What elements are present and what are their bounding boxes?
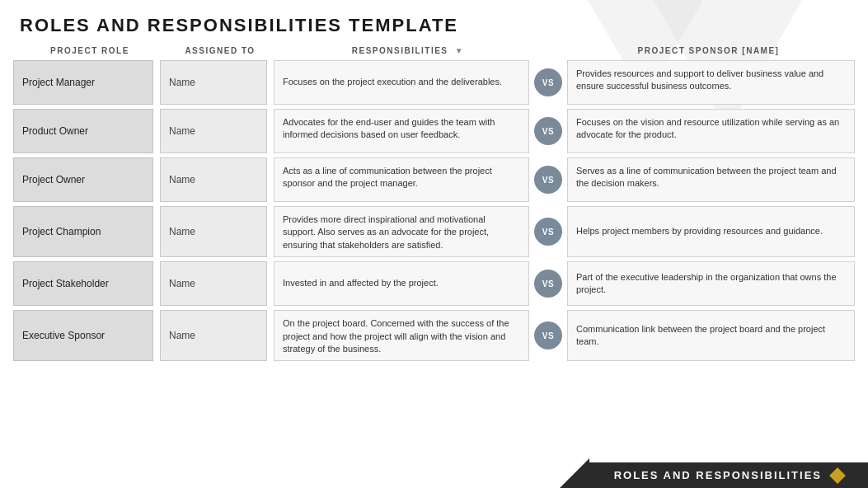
vs-badge: VS xyxy=(534,68,562,96)
cell-role: Project Owner xyxy=(13,157,153,202)
col-role-header: PROJECT ROLE xyxy=(20,46,160,55)
cell-assigned: Name xyxy=(160,206,267,257)
cell-responsibility: Provides more direct inspirational and m… xyxy=(274,206,529,257)
col-sponsor-header: PROJECT SPONSOR [NAME] xyxy=(569,46,848,55)
cell-responsibility: Advocates for the end-user and guides th… xyxy=(274,109,529,153)
vs-badge: VS xyxy=(534,117,562,145)
cell-sponsor-text: Serves as a line of communication betwee… xyxy=(567,157,855,202)
vs-badge: VS xyxy=(534,321,562,350)
vs-badge: VS xyxy=(534,270,562,298)
cell-assigned: Name xyxy=(160,310,267,361)
cell-sponsor-text: Part of the executive leadership in the … xyxy=(567,261,855,306)
cell-assigned: Name xyxy=(160,60,267,105)
vs-badge: VS xyxy=(534,218,562,246)
cell-responsibility: Invested in and affected by the project. xyxy=(274,261,529,306)
cell-assigned: Name xyxy=(160,261,267,306)
table-area: Project Manager Name Focuses on the proj… xyxy=(0,59,868,367)
cell-assigned: Name xyxy=(160,109,267,153)
resp-arrow-icon: ▼ xyxy=(455,46,464,55)
cell-role: Executive Sponsor xyxy=(13,310,153,361)
table-row: Project Owner Name Acts as a line of com… xyxy=(13,157,855,202)
table-row: Product Owner Name Advocates for the end… xyxy=(13,109,855,153)
cell-role: Product Owner xyxy=(13,109,153,153)
page-wrapper: ROLES AND RESPONSIBILITIES TEMPLATE PROJ… xyxy=(0,0,868,488)
table-row: Project Champion Name Provides more dire… xyxy=(13,206,855,257)
table-row: Project Manager Name Focuses on the proj… xyxy=(13,60,855,105)
cell-assigned: Name xyxy=(160,157,267,202)
col-resp-header: RESPONSIBILITIES ▼ xyxy=(280,46,536,55)
footer: ROLES AND RESPONSIBILITIES xyxy=(589,462,868,488)
header: ROLES AND RESPONSIBILITIES TEMPLATE xyxy=(0,0,868,43)
table-row: Project Stakeholder Name Invested in and… xyxy=(13,261,855,306)
cell-responsibility: Focuses on the project execution and the… xyxy=(274,60,529,105)
footer-diamond-icon xyxy=(829,467,846,484)
cell-responsibility: On the project board. Concerned with the… xyxy=(274,310,529,361)
table-row: Executive Sponsor Name On the project bo… xyxy=(13,310,855,361)
cell-responsibility: Acts as a line of communication between … xyxy=(274,157,529,202)
cell-sponsor-text: Focuses on the vision and resource utili… xyxy=(567,109,855,153)
cell-role: Project Champion xyxy=(13,206,153,257)
page-title: ROLES AND RESPONSIBILITIES TEMPLATE xyxy=(20,15,848,36)
cell-role: Project Stakeholder xyxy=(13,261,153,306)
vs-badge: VS xyxy=(534,166,562,194)
footer-text: ROLES AND RESPONSIBILITIES xyxy=(614,469,822,481)
column-headers: PROJECT ROLE ASSIGNED TO RESPONSIBILITIE… xyxy=(0,43,868,59)
cell-sponsor-text: Helps project members by providing resou… xyxy=(567,206,855,257)
footer-accent xyxy=(560,458,589,488)
cell-sponsor-text: Provides resources and support to delive… xyxy=(567,60,855,105)
cell-sponsor-text: Communication link between the project b… xyxy=(567,310,855,361)
col-assigned-header: ASSIGNED TO xyxy=(167,46,274,55)
cell-role: Project Manager xyxy=(13,60,153,105)
